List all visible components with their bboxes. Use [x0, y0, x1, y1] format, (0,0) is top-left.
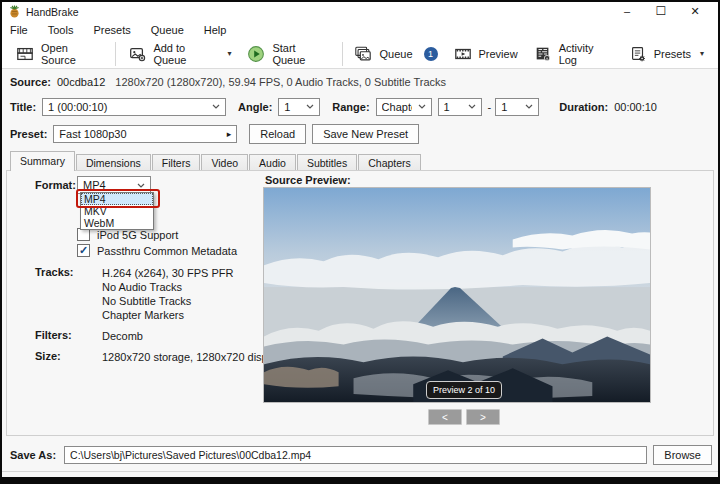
activity-log-icon [534, 45, 552, 63]
chevron-down-icon [468, 104, 476, 109]
tab-video[interactable]: Video [201, 154, 248, 171]
format-dropdown-list: MP4 MKV WebM [80, 192, 154, 230]
when-done-select[interactable]: Do nothing [650, 476, 703, 484]
track-chapters: Chapter Markers [102, 308, 233, 322]
menu-file[interactable]: File [8, 23, 30, 37]
preset-row: Preset: Fast 1080p30 ▸ Reload Save New P… [2, 120, 718, 148]
expand-right-icon: ▸ [227, 129, 232, 139]
menu-queue[interactable]: Queue [149, 23, 186, 37]
passthru-metadata-checkbox[interactable]: ✓ [77, 244, 90, 257]
add-to-queue-button[interactable]: Add to Queue ▾ [120, 40, 239, 68]
window-title: HandBrake [26, 6, 79, 18]
range-label: Range: [332, 101, 369, 113]
format-option-webm[interactable]: WebM [81, 217, 153, 229]
track-audio: No Audio Tracks [102, 280, 233, 294]
queue-count-badge: 1 [424, 47, 438, 61]
preview-filmstrip-icon [454, 45, 472, 63]
browse-button[interactable]: Browse [653, 445, 712, 465]
passthru-metadata-checkbox-row: ✓ Passthru Common Metadata [77, 244, 237, 257]
menu-presets[interactable]: Presets [91, 23, 132, 37]
minimize-button[interactable]: – [610, 3, 644, 20]
range-dash: - [488, 101, 492, 113]
preview-next-button[interactable]: > [466, 409, 500, 425]
tracks-label: Tracks: [35, 266, 74, 278]
close-button[interactable]: ✕ [678, 3, 712, 20]
title-row: Title: 1 (00:00:10) Angle: 1 Range: Chap… [2, 93, 718, 120]
preview-nav: < > [428, 409, 500, 425]
menu-tools[interactable]: Tools [46, 23, 76, 37]
source-details: 1280x720 (1280x720), 59.94 FPS, 0 Audio … [115, 76, 446, 88]
open-source-button[interactable]: Open Source [8, 40, 111, 68]
track-subtitle: No Subtitle Tracks [102, 294, 233, 308]
save-new-preset-button[interactable]: Save New Preset [312, 124, 419, 144]
chevron-down-icon [306, 104, 314, 109]
range-type-select[interactable]: Chapters [376, 98, 432, 116]
chevron-down-icon [212, 104, 220, 109]
tab-filters[interactable]: Filters [152, 154, 201, 171]
filters-value: Decomb [102, 329, 143, 343]
format-label: Format: [35, 179, 76, 191]
track-video: H.264 (x264), 30 FPS PFR [102, 266, 233, 280]
save-as-row: Save As: Browse [2, 436, 718, 471]
angle-label: Angle: [238, 101, 272, 113]
presets-button[interactable]: Presets ▾ [621, 43, 712, 65]
maximize-button[interactable]: ☐ [644, 3, 678, 20]
when-done-label: When Done: [580, 476, 644, 484]
chevron-down-icon [418, 104, 426, 109]
add-to-queue-icon [128, 45, 146, 63]
source-preview-heading: Source Preview: [265, 174, 351, 186]
settings-tabs: Summary Dimensions Filters Video Audio S… [2, 148, 718, 170]
preset-select[interactable]: Fast 1080p30 ▸ [53, 125, 237, 143]
ipod-support-label: iPod 5G Support [97, 229, 178, 241]
chevron-down-icon: ▾ [706, 478, 710, 484]
activity-log-button[interactable]: Activity Log [526, 40, 621, 68]
start-queue-play-icon [247, 45, 265, 63]
source-name: 00cdba12 [57, 76, 105, 88]
reload-button[interactable]: Reload [249, 124, 306, 144]
menu-help[interactable]: Help [202, 23, 229, 37]
format-option-mkv[interactable]: MKV [81, 205, 153, 217]
passthru-metadata-label: Passthru Common Metadata [97, 245, 237, 257]
clapperboard-icon [16, 45, 34, 63]
title-label: Title: [10, 101, 36, 113]
toolbar-separator [342, 42, 343, 66]
toolbar-separator [115, 42, 116, 66]
queue-button[interactable]: Queue 1 [346, 43, 445, 65]
tracks-values: H.264 (x264), 30 FPS PFR No Audio Tracks… [102, 266, 233, 322]
save-as-input[interactable] [64, 446, 647, 464]
source-preview-image [263, 187, 651, 403]
tab-dimensions[interactable]: Dimensions [76, 154, 151, 171]
save-as-label: Save As: [10, 449, 56, 461]
source-info-row: Source: 00cdba12 1280x720 (1280x720), 59… [2, 71, 718, 93]
summary-panel: Format: MP4 MP4 MKV WebM iPod 5G Support… [6, 170, 714, 436]
title-bar: HandBrake – ☐ ✕ [2, 2, 718, 21]
range-from-select[interactable]: 1 [438, 98, 482, 116]
angle-select[interactable]: 1 [278, 98, 320, 116]
source-label: Source: [10, 76, 51, 88]
filters-label: Filters: [35, 329, 72, 341]
chevron-down-icon [137, 183, 145, 188]
format-option-mp4[interactable]: MP4 [81, 193, 153, 205]
tab-subtitles[interactable]: Subtitles [297, 154, 357, 171]
chevron-down-icon [525, 104, 533, 109]
tab-chapters[interactable]: Chapters [358, 154, 421, 171]
preview-prev-button[interactable]: < [428, 409, 462, 425]
preview-counter-badge: Preview 2 of 10 [426, 381, 502, 399]
menu-bar: File Tools Presets Queue Help [2, 21, 718, 39]
duration-value: 00:00:10 [614, 101, 657, 113]
tab-audio[interactable]: Audio [249, 154, 296, 171]
duration-label: Duration: [559, 101, 608, 113]
start-queue-button[interactable]: Start Queue [239, 40, 337, 68]
size-value: 1280x720 storage, 1280x720 display [102, 350, 282, 364]
tab-summary[interactable]: Summary [10, 151, 75, 171]
chevron-down-icon: ▾ [227, 49, 231, 58]
chevron-down-icon: ▾ [700, 49, 704, 58]
queue-stack-icon [354, 45, 372, 63]
handbrake-window: HandBrake – ☐ ✕ File Tools Presets Queue… [0, 0, 720, 484]
status-bar: 1 Jobs Pending When Done: Do nothing ▾ [2, 471, 718, 484]
preset-label: Preset: [10, 128, 47, 140]
size-label: Size: [35, 350, 61, 362]
range-to-select[interactable]: 1 [495, 98, 539, 116]
title-select[interactable]: 1 (00:00:10) [42, 98, 226, 116]
preview-button[interactable]: Preview [446, 43, 526, 65]
